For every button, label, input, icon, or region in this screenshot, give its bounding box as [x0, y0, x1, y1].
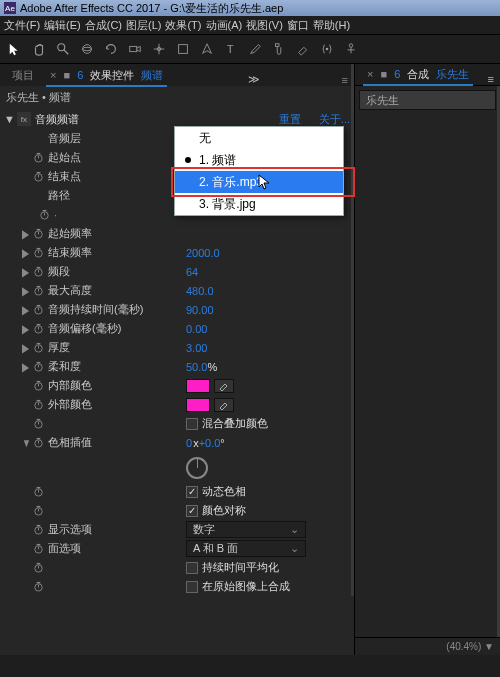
stopwatch-icon[interactable] [32, 486, 44, 497]
stopwatch-icon[interactable] [32, 342, 44, 353]
dur-avg-checkbox[interactable] [186, 562, 198, 574]
stopwatch-icon[interactable] [32, 418, 44, 429]
stopwatch-icon[interactable] [32, 304, 44, 315]
shape-tool-icon[interactable] [174, 40, 192, 58]
stopwatch-icon[interactable] [32, 505, 44, 516]
stopwatch-icon[interactable] [32, 581, 44, 592]
stopwatch-icon[interactable] [32, 543, 44, 554]
dropdown-option-1[interactable]: 1. 频谱 [175, 149, 343, 171]
text-tool-icon[interactable]: T [222, 40, 240, 58]
brush-tool-icon[interactable] [246, 40, 264, 58]
prop-end-point: 结束点 [48, 169, 186, 184]
val-max-height[interactable]: 480.0 [186, 285, 214, 297]
panel-menu-icon[interactable]: ≡ [488, 73, 494, 85]
prop-hue-interp: 色相插值 [48, 435, 186, 450]
angle-dial[interactable] [186, 457, 208, 479]
val-thickness[interactable]: 3.00 [186, 342, 207, 354]
rotate-tool-icon[interactable] [102, 40, 120, 58]
svg-line-1 [64, 50, 68, 54]
prop-orig-comp: 在原始图像上合成 [202, 579, 290, 594]
stopwatch-icon[interactable] [32, 323, 44, 334]
eyedropper-icon[interactable] [214, 379, 234, 393]
svg-rect-8 [179, 45, 188, 54]
svg-rect-29 [36, 248, 40, 249]
prop-dur-avg: 持续时间平均化 [202, 560, 279, 575]
window-title: Adobe After Effects CC 2017 - G:\爱生活的乐先生… [20, 1, 283, 16]
anchor-tool-icon[interactable] [150, 40, 168, 58]
tab-composition[interactable]: × ■ 6 合成 乐先生 [359, 64, 477, 85]
dynamic-hue-checkbox[interactable] [186, 486, 198, 498]
stopwatch-icon[interactable] [32, 152, 44, 163]
roto-tool-icon[interactable] [318, 40, 336, 58]
stopwatch-icon[interactable] [32, 285, 44, 296]
tab-project[interactable]: 项目 [4, 65, 42, 86]
tab-overflow-icon[interactable]: ≫ [248, 73, 260, 86]
stopwatch-icon[interactable] [32, 399, 44, 410]
stopwatch-icon[interactable] [32, 247, 44, 258]
menu-view[interactable]: 视图(V) [246, 18, 283, 33]
dropdown-option-2[interactable]: 2. 音乐.mp3 [175, 171, 343, 193]
tab-effect-controls[interactable]: × ■ 6 效果控件 频谱 [42, 65, 171, 86]
inner-color-chip[interactable] [186, 379, 210, 393]
menu-layer[interactable]: 图层(L) [126, 18, 161, 33]
svg-point-3 [83, 47, 92, 51]
eyedropper-icon[interactable] [214, 398, 234, 412]
menu-edit[interactable]: 编辑(E) [44, 18, 81, 33]
zoom-indicator[interactable]: (40.4%) [446, 641, 481, 652]
bullet-icon [185, 157, 191, 163]
prop-path: 路径 [48, 188, 186, 203]
val-softness[interactable]: 50.0 [186, 361, 207, 373]
svg-rect-38 [36, 305, 40, 306]
dropdown-option-none[interactable]: 无 [175, 127, 343, 149]
stopwatch-icon[interactable] [32, 266, 44, 277]
hand-tool-icon[interactable] [30, 40, 48, 58]
val-bands[interactable]: 64 [186, 266, 198, 278]
orig-comp-checkbox[interactable] [186, 581, 198, 593]
menu-comp[interactable]: 合成(C) [85, 18, 122, 33]
display-option-dropdown[interactable]: 数字⌄ [186, 521, 306, 538]
blend-colors-checkbox[interactable] [186, 418, 198, 430]
side-option-dropdown[interactable]: A 和 B 面⌄ [186, 540, 306, 557]
val-audio-dur[interactable]: 90.00 [186, 304, 214, 316]
val-hue-interp[interactable]: 0 [186, 437, 192, 449]
panel-menu-icon[interactable]: ≡ [342, 74, 348, 86]
stopwatch-icon[interactable] [32, 380, 44, 391]
stopwatch-icon[interactable] [38, 209, 50, 220]
pen-tool-icon[interactable] [198, 40, 216, 58]
flowchart-item[interactable]: 乐先生 [359, 90, 496, 110]
puppet-tool-icon[interactable] [342, 40, 360, 58]
svg-rect-59 [36, 438, 40, 439]
camera-tool-icon[interactable] [126, 40, 144, 58]
dropdown-option-3[interactable]: 3. 背景.jpg [175, 193, 343, 215]
svg-rect-4 [130, 46, 137, 51]
orbit-tool-icon[interactable] [78, 40, 96, 58]
zoom-tool-icon[interactable] [54, 40, 72, 58]
effect-about[interactable]: 关于... [319, 112, 350, 127]
svg-rect-56 [36, 419, 40, 420]
stopwatch-icon[interactable] [32, 361, 44, 372]
outer-color-chip[interactable] [186, 398, 210, 412]
stopwatch-icon[interactable] [32, 228, 44, 239]
effect-target-link[interactable]: 频谱 [141, 69, 163, 81]
stopwatch-icon[interactable] [32, 171, 44, 182]
comp-name-link[interactable]: 乐先生 [436, 68, 469, 80]
effect-breadcrumb: 乐先生 • 频谱 [0, 86, 354, 109]
menu-window[interactable]: 窗口 [287, 18, 309, 33]
clone-tool-icon[interactable] [270, 40, 288, 58]
color-sym-checkbox[interactable] [186, 505, 198, 517]
svg-rect-53 [36, 400, 40, 401]
stopwatch-icon[interactable] [32, 524, 44, 535]
menu-file[interactable]: 文件(F) [4, 18, 40, 33]
menu-help[interactable]: 帮助(H) [313, 18, 350, 33]
effect-reset[interactable]: 重置 [279, 112, 301, 127]
menu-effect[interactable]: 效果(T) [165, 18, 201, 33]
eraser-tool-icon[interactable] [294, 40, 312, 58]
prop-inner-color: 内部颜色 [48, 378, 186, 393]
val-end-freq[interactable]: 2000.0 [186, 247, 220, 259]
menu-anim[interactable]: 动画(A) [206, 18, 243, 33]
val-audio-off[interactable]: 0.00 [186, 323, 207, 335]
selection-tool-icon[interactable] [6, 40, 24, 58]
stopwatch-icon[interactable] [32, 437, 44, 448]
scrollbar-vertical[interactable] [351, 64, 354, 596]
stopwatch-icon[interactable] [32, 562, 44, 573]
